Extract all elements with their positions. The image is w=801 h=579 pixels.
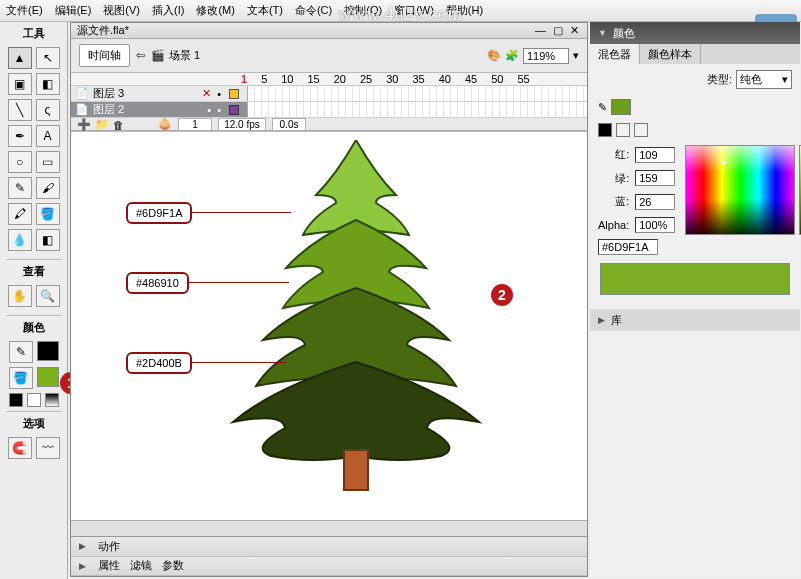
options-label: 选项	[0, 416, 67, 431]
layer2-name[interactable]: 图层 2	[93, 102, 124, 117]
alpha-input[interactable]	[635, 217, 675, 233]
option-swatch[interactable]	[616, 123, 630, 137]
line-tool[interactable]: ╲	[8, 99, 32, 121]
type-label: 类型:	[707, 72, 732, 87]
color-preview	[600, 263, 790, 295]
menu-insert[interactable]: 插入(I)	[152, 3, 184, 18]
brush-tool[interactable]: 🖌	[36, 177, 60, 199]
lasso-tool[interactable]: ς	[36, 99, 60, 121]
properties-tab[interactable]: 属性	[98, 558, 120, 573]
layer1-frames[interactable]	[247, 86, 587, 101]
fill-swatch[interactable]	[37, 367, 59, 387]
menu-modify[interactable]: 修改(M)	[196, 3, 235, 18]
layer1-color[interactable]	[229, 89, 239, 99]
pencil-tool[interactable]: ✎	[8, 177, 32, 199]
stroke-color-icon[interactable]: ✎	[9, 341, 33, 363]
selection-tool[interactable]: ▲	[8, 47, 32, 69]
layer-lock-dot[interactable]: •	[217, 88, 221, 100]
svg-rect-0	[344, 450, 368, 490]
menu-window[interactable]: 窗口(W)	[394, 3, 434, 18]
layer-lock-dot[interactable]: •	[217, 104, 221, 116]
hand-tool[interactable]: ✋	[8, 285, 32, 307]
callout-color-1: #6D9F1A	[126, 202, 192, 224]
library-panel[interactable]: 库	[611, 313, 622, 328]
color-picker[interactable]: +	[685, 145, 795, 235]
scene-label[interactable]: 场景 1	[169, 48, 200, 63]
option-swatch[interactable]	[634, 123, 648, 137]
snap-option[interactable]: 🧲	[8, 437, 32, 459]
document-window: 源文件.fla* — ▢ ✕ 时间轴 ⇦ 🎬场景 1 🎨 🧩 ▾ 1 5 10 …	[70, 22, 588, 577]
stroke-color-icon[interactable]: ✎	[598, 101, 607, 114]
zoom-dropdown-icon[interactable]: ▾	[573, 49, 579, 62]
current-color-swatch[interactable]	[611, 99, 631, 115]
layer2-frames[interactable]	[247, 102, 587, 117]
green-input[interactable]	[635, 170, 675, 186]
time-display: 0.0s	[272, 118, 306, 131]
onion-skin-icon[interactable]: 🧅	[158, 118, 172, 131]
stage[interactable]: #6D9F1A #486910 #2D400B 2	[71, 131, 587, 520]
mixer-tab[interactable]: 混色器	[590, 44, 640, 64]
tick-50: 50	[491, 73, 503, 85]
subselect-tool[interactable]: ↖	[36, 47, 60, 69]
delete-layer-icon[interactable]: 🗑	[113, 119, 124, 131]
callout-color-2: #486910	[126, 272, 189, 294]
tick-1: 1	[241, 73, 247, 85]
menu-command[interactable]: 命令(C)	[295, 3, 332, 18]
gradient-transform-tool[interactable]: ◧	[36, 73, 60, 95]
window-controls[interactable]: — ▢ ✕	[535, 24, 581, 37]
stroke-swatch[interactable]	[37, 341, 59, 361]
zoom-tool[interactable]: 🔍	[36, 285, 60, 307]
eraser-tool[interactable]: ◧	[36, 229, 60, 251]
edit-scene-icon[interactable]: 🎨	[487, 49, 501, 62]
current-frame: 1	[178, 118, 212, 131]
tick-25: 25	[360, 73, 372, 85]
expand-icon[interactable]: ▶	[79, 541, 86, 551]
layer-hidden-icon[interactable]: ✕	[202, 87, 211, 100]
blue-input[interactable]	[635, 194, 675, 210]
horizontal-scrollbar[interactable]	[71, 520, 587, 536]
back-icon[interactable]: ⇦	[136, 49, 145, 62]
fill-type-select[interactable]: 纯色▾	[736, 70, 792, 89]
tick-55: 55	[518, 73, 530, 85]
layer-visible-dot[interactable]: •	[207, 104, 211, 116]
hex-input[interactable]	[598, 239, 658, 255]
rectangle-tool[interactable]: ▭	[36, 151, 60, 173]
menu-file[interactable]: 文件(E)	[6, 3, 43, 18]
swatches-tab[interactable]: 颜色样本	[640, 44, 701, 64]
expand-icon[interactable]: ▶	[79, 561, 86, 571]
eyedropper-tool[interactable]: 💧	[8, 229, 32, 251]
pen-tool[interactable]: ✒	[8, 125, 32, 147]
free-transform-tool[interactable]: ▣	[8, 73, 32, 95]
filters-tab[interactable]: 滤镜	[130, 558, 152, 573]
menu-edit[interactable]: 编辑(E)	[55, 3, 92, 18]
tools-label: 工具	[0, 26, 67, 41]
menu-control[interactable]: 控制(Q)	[344, 3, 382, 18]
document-titlebar: 源文件.fla* — ▢ ✕	[71, 23, 587, 39]
default-colors[interactable]	[9, 393, 23, 407]
tree-artwork[interactable]	[201, 140, 511, 500]
new-layer-icon[interactable]: ➕	[77, 118, 91, 131]
menu-bar: 文件(E) 编辑(E) 视图(V) 插入(I) 修改(M) 文本(T) 命令(C…	[0, 0, 801, 22]
timeline-button[interactable]: 时间轴	[79, 44, 130, 67]
edit-symbol-icon[interactable]: 🧩	[505, 49, 519, 62]
layer1-name[interactable]: 图层 3	[93, 86, 124, 101]
ink-bottle-tool[interactable]: 🖍	[8, 203, 32, 225]
tool-panel: 工具 ▲ ↖ ▣ ◧ ╲ ς ✒ A ○ ▭ ✎ 🖌 🖍 🪣 💧 ◧ 查看 ✋ …	[0, 22, 68, 579]
oval-tool[interactable]: ○	[8, 151, 32, 173]
new-folder-icon[interactable]: 📁	[95, 118, 109, 131]
layer2-color[interactable]	[229, 105, 239, 115]
menu-text[interactable]: 文本(T)	[247, 3, 283, 18]
swap-colors[interactable]	[45, 393, 59, 407]
red-input[interactable]	[635, 147, 675, 163]
no-color[interactable]	[27, 393, 41, 407]
fill-color-icon[interactable]: 🪣	[9, 367, 33, 389]
menu-view[interactable]: 视图(V)	[103, 3, 140, 18]
params-tab[interactable]: 参数	[162, 558, 184, 573]
smooth-option[interactable]: 〰	[36, 437, 60, 459]
actions-panel[interactable]: 动作	[98, 539, 120, 554]
zoom-input[interactable]	[523, 48, 569, 64]
text-tool[interactable]: A	[36, 125, 60, 147]
option-swatch[interactable]	[598, 123, 612, 137]
menu-help[interactable]: 帮助(H)	[446, 3, 483, 18]
paint-bucket-tool[interactable]: 🪣	[36, 203, 60, 225]
